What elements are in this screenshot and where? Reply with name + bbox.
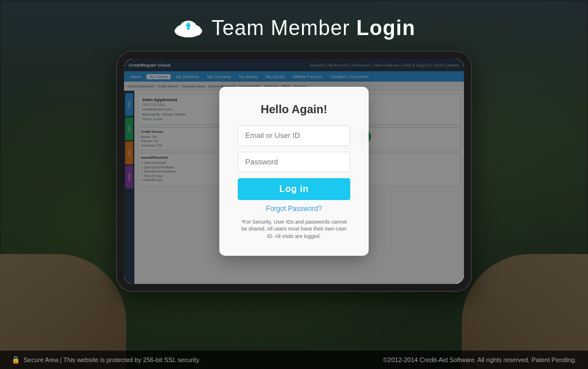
footer-left: 🔒 Secure Area | This website is protecte… bbox=[11, 356, 200, 364]
modal-title: Hello Again! bbox=[261, 103, 327, 116]
modal-overlay: Hello Again! Log in Forgot Password? *Fo… bbox=[124, 59, 464, 284]
login-button[interactable]: Log in bbox=[238, 178, 350, 200]
tablet-screen: CreditRepair Cloud Español | My Account … bbox=[124, 59, 464, 284]
security-note: *For Security, User IDs and passwords ca… bbox=[238, 218, 350, 240]
cloud-icon bbox=[172, 17, 204, 39]
forgot-password-link[interactable]: Forgot Password? bbox=[266, 205, 322, 213]
footer-security-text: Secure Area | This website is protected … bbox=[24, 356, 200, 363]
page-header: Team Member Login bbox=[172, 16, 415, 40]
footer-copyright: ©2012-2014 Credit-Aid Software. All righ… bbox=[383, 356, 577, 363]
password-input[interactable] bbox=[238, 152, 350, 172]
lock-icon: 🔒 bbox=[11, 356, 20, 364]
main-content: Team Member Login CreditRepair Cloud Esp… bbox=[0, 0, 588, 369]
page-title: Team Member Login bbox=[211, 16, 415, 40]
page-footer: 🔒 Secure Area | This website is protecte… bbox=[0, 351, 588, 369]
tablet-frame: CreditRepair Cloud Español | My Account … bbox=[116, 51, 472, 292]
email-input[interactable] bbox=[238, 125, 350, 146]
login-modal: Hello Again! Log in Forgot Password? *Fo… bbox=[219, 87, 369, 256]
